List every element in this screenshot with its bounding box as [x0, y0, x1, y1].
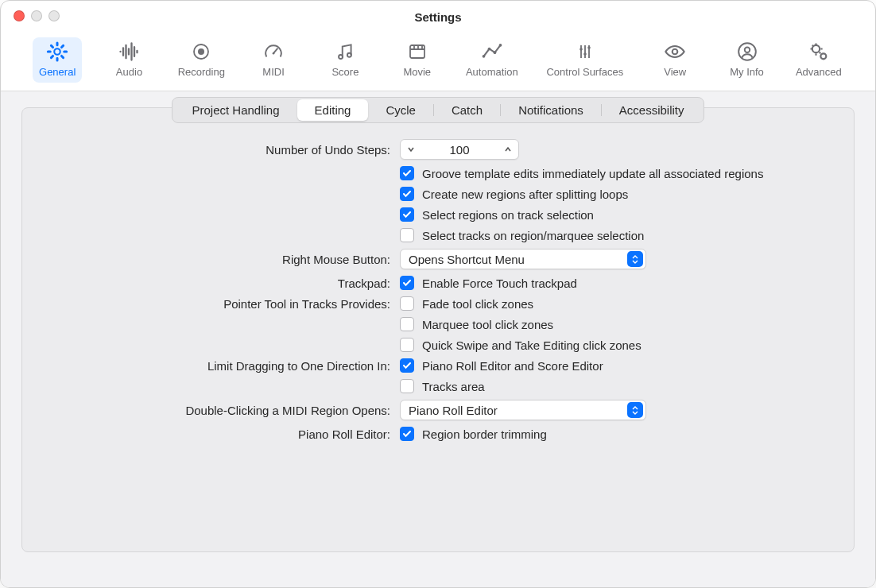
select-arrow-icon: [627, 402, 643, 418]
checkbox-label: Groove template edits immediately update…: [422, 167, 763, 180]
gears-icon: [808, 41, 830, 63]
double-click-midi-label: Double-Clicking a MIDI Region Opens:: [70, 404, 392, 417]
checkbox-label: Select tracks on region/marquee selectio…: [422, 229, 644, 242]
toolbar-automation[interactable]: Automation: [464, 37, 520, 83]
undo-steps-label: Number of Undo Steps:: [70, 143, 392, 157]
toolbar-general[interactable]: General: [33, 37, 82, 83]
svg-point-21: [587, 46, 591, 49]
checkbox-marquee-tool-click-zones[interactable]: [400, 317, 414, 331]
checkbox-fade-tool-click-zones[interactable]: [400, 296, 414, 311]
tab-editing[interactable]: Editing: [297, 99, 369, 121]
checkbox-label: Region border trimming: [422, 427, 547, 441]
titlebar: Settings: [1, 1, 875, 33]
toolbar: General Audio Recording MIDI Score: [1, 33, 875, 91]
svg-point-5: [339, 55, 343, 59]
toolbar-advanced[interactable]: Advanced: [794, 37, 843, 83]
tab-project-handling[interactable]: Project Handling: [174, 99, 297, 121]
checkbox-limit-piano-score[interactable]: [400, 358, 414, 373]
zoom-window-button[interactable]: [48, 10, 60, 21]
settings-window: Settings General Audio Recording MIDI: [0, 0, 876, 588]
close-window-button[interactable]: [14, 10, 25, 21]
svg-point-4: [273, 52, 275, 55]
toolbar-midi[interactable]: MIDI: [249, 37, 298, 83]
window-title: Settings: [414, 10, 461, 24]
right-mouse-button-label: Right Mouse Button:: [70, 253, 392, 266]
window-controls: [14, 10, 60, 21]
svg-point-15: [498, 44, 502, 47]
gear-icon: [46, 41, 68, 63]
checkbox-quick-swipe-click-zones[interactable]: [400, 338, 414, 352]
checkbox-label: Quick Swipe and Take Editing click zones: [422, 338, 641, 352]
svg-point-26: [820, 53, 826, 59]
gauge-icon: [263, 41, 284, 63]
checkbox-select-regions-on-track[interactable]: [400, 207, 414, 222]
tab-notifications[interactable]: Notifications: [501, 99, 601, 121]
sub-tabs: Project Handling Editing Cycle Catch Not…: [22, 97, 854, 123]
checkbox-groove-template[interactable]: [400, 166, 414, 180]
svg-point-22: [673, 49, 678, 55]
svg-point-6: [347, 53, 351, 57]
person-circle-icon: [737, 41, 758, 63]
toolbar-label: Score: [331, 66, 359, 78]
select-value: Piano Roll Editor: [409, 404, 627, 417]
piano-roll-editor-label: Piano Roll Editor:: [70, 427, 392, 441]
toolbar-label: My Info: [730, 66, 764, 78]
svg-point-23: [738, 43, 756, 60]
checkbox-label: Create new regions after splitting loops: [422, 188, 628, 201]
toolbar-movie[interactable]: Movie: [393, 37, 442, 83]
select-value: Opens Shortcut Menu: [409, 253, 627, 266]
limit-dragging-label: Limit Dragging to One Direction In:: [70, 359, 392, 373]
toolbar-recording[interactable]: Recording: [176, 37, 227, 83]
svg-point-0: [54, 48, 60, 54]
svg-point-19: [579, 48, 583, 51]
record-icon: [192, 41, 211, 63]
automation-curve-icon: [481, 41, 503, 63]
waveform-icon: [118, 41, 140, 63]
svg-point-24: [744, 48, 750, 53]
stepper-decrement-button[interactable]: [401, 140, 421, 159]
svg-point-20: [583, 52, 587, 56]
select-arrow-icon: [627, 251, 643, 267]
toolbar-label: Advanced: [796, 66, 842, 78]
eye-icon: [664, 41, 686, 63]
tab-catch[interactable]: Catch: [434, 99, 500, 121]
sliders-icon: [576, 41, 595, 63]
svg-point-12: [482, 55, 485, 58]
svg-point-14: [493, 51, 496, 54]
checkbox-label: Select regions on track selection: [422, 208, 594, 222]
right-mouse-button-select[interactable]: Opens Shortcut Menu: [400, 249, 646, 269]
minimize-window-button[interactable]: [31, 10, 42, 21]
music-notes-icon: [335, 41, 355, 63]
checkbox-create-regions-after-split[interactable]: [400, 187, 414, 201]
segmented-control: Project Handling Editing Cycle Catch Not…: [172, 97, 704, 123]
toolbar-view[interactable]: View: [650, 37, 700, 83]
stepper-increment-button[interactable]: [498, 140, 518, 159]
toolbar-my-info[interactable]: My Info: [722, 37, 771, 83]
checkbox-label: Marquee tool click zones: [422, 318, 553, 331]
toolbar-control-surfaces[interactable]: Control Surfaces: [542, 37, 628, 83]
film-icon: [408, 41, 427, 63]
tab-accessibility[interactable]: Accessibility: [602, 99, 702, 121]
double-click-midi-select[interactable]: Piano Roll Editor: [400, 400, 646, 420]
checkbox-region-border-trimming[interactable]: [400, 427, 414, 441]
svg-point-2: [198, 48, 204, 55]
checkbox-force-touch[interactable]: [400, 276, 414, 290]
pointer-tool-label: Pointer Tool in Tracks Provides:: [70, 297, 392, 311]
tab-cycle[interactable]: Cycle: [368, 99, 433, 121]
content-area: Project Handling Editing Cycle Catch Not…: [1, 91, 875, 587]
checkbox-select-tracks-on-region[interactable]: [400, 228, 414, 242]
toolbar-label: Automation: [466, 66, 518, 78]
undo-steps-value: 100: [421, 143, 498, 157]
toolbar-label: Movie: [403, 66, 431, 78]
checkbox-limit-tracks-area[interactable]: [400, 379, 414, 393]
toolbar-label: MIDI: [262, 66, 284, 78]
toolbar-audio[interactable]: Audio: [104, 37, 153, 83]
undo-steps-stepper[interactable]: 100: [400, 139, 519, 160]
checkbox-label: Tracks area: [422, 380, 485, 393]
checkbox-label: Piano Roll Editor and Score Editor: [422, 359, 603, 373]
trackpad-label: Trackpad:: [70, 277, 392, 290]
toolbar-label: Audio: [116, 66, 142, 78]
editing-form: Number of Undo Steps: 100: [22, 134, 854, 441]
toolbar-label: General: [39, 66, 76, 78]
toolbar-score[interactable]: Score: [320, 37, 370, 83]
